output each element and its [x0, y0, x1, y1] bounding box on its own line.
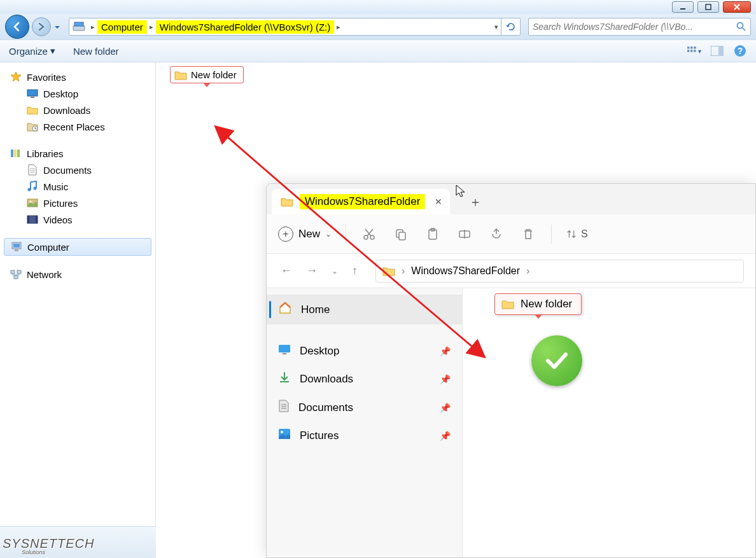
breadcrumb-folder[interactable]: Windows7SharedFolder	[411, 265, 520, 277]
maximize-button[interactable]	[697, 1, 719, 13]
sidebar-item-network[interactable]: Network	[0, 266, 155, 282]
breadcrumb-drive[interactable]: Windows7SharedFolder (\\VBoxSvr) (Z:)	[156, 20, 334, 34]
win11-address-bar[interactable]: › Windows7SharedFolder ›	[375, 260, 744, 282]
share-button[interactable]	[487, 225, 505, 243]
paste-button[interactable]	[424, 225, 442, 243]
sidebar-item-computer[interactable]: Computer	[4, 238, 151, 256]
document-icon	[27, 164, 38, 176]
history-dropdown-icon[interactable]: ⌄	[329, 264, 340, 278]
help-button[interactable]: ?	[733, 44, 747, 58]
svg-rect-42	[283, 353, 286, 354]
sort-button[interactable]: S	[566, 225, 588, 243]
new-folder-button[interactable]: New folder	[73, 46, 119, 57]
sidebar-item-downloads[interactable]: Downloads	[0, 102, 155, 118]
sidebar-item-home[interactable]: Home	[267, 295, 462, 324]
refresh-button[interactable]	[501, 18, 520, 35]
win11-content-pane[interactable]: New folder	[463, 288, 755, 557]
sidebar-item-documents[interactable]: Documents	[0, 162, 155, 178]
svg-rect-6	[690, 46, 692, 48]
sidebar-item-label: Downloads	[43, 105, 90, 116]
breadcrumb-arrow-icon[interactable]: ›	[526, 265, 529, 277]
sidebar-item-downloads[interactable]: Downloads📌	[267, 365, 462, 393]
folder-icon	[501, 299, 514, 309]
svg-rect-27	[36, 216, 38, 223]
win7-nav-row: ▸ Computer ▸ Windows7SharedFolder (\\VBo…	[0, 14, 756, 39]
win7-titlebar	[0, 0, 756, 14]
address-bar[interactable]: ▸ Computer ▸ Windows7SharedFolder (\\VBo…	[69, 18, 521, 36]
svg-rect-18	[11, 150, 13, 157]
view-options-button[interactable]: ▾	[687, 44, 701, 58]
search-bar[interactable]	[528, 18, 751, 36]
svg-rect-16	[31, 97, 34, 98]
svg-rect-41	[279, 345, 290, 352]
sidebar-item-label: Home	[301, 303, 330, 316]
sidebar-item-pictures[interactable]: Pictures📌	[267, 422, 462, 449]
sidebar-item-documents[interactable]: Documents📌	[267, 393, 462, 422]
close-button[interactable]	[723, 1, 751, 13]
sidebar-item-pictures[interactable]: Pictures	[0, 195, 155, 211]
win11-tab[interactable]: Windows7SharedFolder ✕	[272, 189, 450, 214]
svg-rect-1	[706, 4, 711, 10]
forward-button[interactable]	[32, 17, 51, 36]
pin-icon: 📌	[440, 374, 451, 384]
sidebar-item-desktop[interactable]: Desktop	[0, 85, 155, 102]
sidebar-item-label: Documents	[43, 165, 92, 176]
svg-rect-12	[718, 46, 724, 56]
sidebar-item-label: Pictures	[43, 198, 78, 209]
watermark: SYSNETTECH Solutions	[3, 536, 94, 555]
up-button[interactable]: ↑	[349, 262, 360, 280]
svg-rect-8	[687, 50, 689, 52]
sidebar-favorites-header[interactable]: Favorites	[0, 69, 155, 85]
pictures-icon	[278, 428, 291, 443]
sidebar-item-videos[interactable]: Videos	[0, 211, 155, 228]
pictures-icon	[27, 197, 38, 209]
new-menu-button[interactable]: + New ⌄	[278, 227, 332, 242]
breadcrumb-arrow-icon[interactable]: ›	[402, 265, 405, 277]
pin-icon: 📌	[440, 346, 451, 356]
sidebar-item-label: Computer	[27, 242, 69, 253]
back-button[interactable]: ←	[278, 262, 295, 280]
sidebar-item-label: Music	[43, 181, 68, 192]
network-icon	[10, 269, 22, 280]
sidebar-libraries-header[interactable]: Libraries	[0, 145, 155, 162]
breadcrumb-arrow-icon[interactable]: ▸	[334, 23, 343, 31]
search-icon[interactable]	[736, 22, 746, 32]
win11-address-row: ← → ⌄ ↑ › Windows7SharedFolder ›	[267, 254, 755, 288]
toolbar-separator	[551, 225, 552, 244]
rename-button[interactable]	[456, 225, 473, 243]
back-button[interactable]	[5, 15, 29, 39]
breadcrumb-computer[interactable]: Computer	[97, 20, 147, 34]
preview-pane-button[interactable]	[710, 44, 724, 58]
music-icon	[27, 181, 38, 192]
tab-close-icon[interactable]: ✕	[435, 197, 442, 207]
breadcrumb-arrow-icon[interactable]: ▸	[88, 23, 97, 31]
toolbar-separator	[346, 225, 346, 244]
svg-rect-20	[17, 150, 20, 157]
forward-button[interactable]: →	[304, 262, 320, 280]
sidebar-item-recent[interactable]: Recent Places	[0, 118, 155, 135]
history-dropdown-icon[interactable]	[53, 22, 62, 31]
sidebar-item-label: Pictures	[300, 429, 339, 442]
pin-icon: 📌	[440, 431, 451, 441]
download-icon	[278, 371, 291, 387]
copy-button[interactable]	[392, 225, 410, 243]
breadcrumb-arrow-icon[interactable]: ▸	[147, 23, 156, 31]
delete-button[interactable]	[519, 225, 537, 243]
svg-rect-7	[694, 46, 696, 48]
chevron-down-icon: ▾	[50, 45, 55, 57]
svg-rect-37	[399, 232, 405, 240]
win11-body: Home Desktop📌 Downloads📌 Documents📌 Pict…	[267, 288, 755, 557]
new-tab-button[interactable]: ＋	[463, 189, 488, 214]
sidebar-item-music[interactable]: Music	[0, 178, 155, 195]
svg-rect-0	[680, 8, 685, 10]
content-new-folder[interactable]: New folder	[494, 293, 582, 315]
sidebar-item-desktop[interactable]: Desktop📌	[267, 337, 462, 365]
minimize-button[interactable]	[672, 1, 694, 13]
cut-button[interactable]	[360, 225, 378, 243]
search-input[interactable]	[533, 22, 736, 32]
address-dropdown-icon[interactable]: ▾	[492, 23, 501, 31]
organize-menu[interactable]: Organize ▾	[9, 45, 55, 57]
pin-icon: 📌	[440, 403, 451, 413]
success-check-icon	[531, 335, 582, 386]
content-new-folder[interactable]: New folder	[170, 66, 244, 83]
